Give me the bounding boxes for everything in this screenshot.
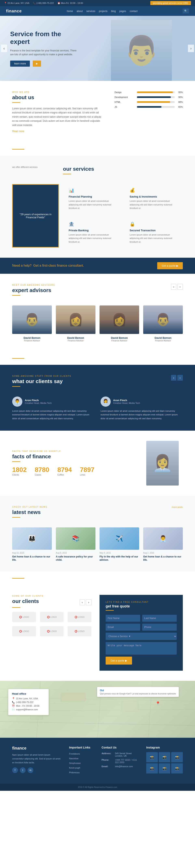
footer-email-value: info@finance.com bbox=[115, 765, 133, 768]
hero-contact-button[interactable]: ▶ bbox=[33, 61, 41, 67]
footer: finance Nam ipsum dolor sit amet lorem i… bbox=[0, 738, 195, 784]
testimonials-header: some awesome stuff from our clients what… bbox=[12, 375, 183, 391]
fact-coffee-number: 8794 bbox=[57, 466, 72, 473]
testimonials-next-button[interactable]: › bbox=[177, 375, 183, 381]
footer-link-1[interactable]: Frontdoors bbox=[69, 752, 93, 755]
advisor-name-2: David Bemon bbox=[56, 336, 95, 339]
nav-item-home[interactable]: home bbox=[67, 9, 73, 12]
cta-description: Get a first-class finance consultant. bbox=[33, 264, 84, 267]
map-hours-text: Mon - Fri: 09:00 - 19:00 bbox=[16, 705, 39, 707]
map-hours-info: ⏰ Mon - Fri: 09:00 - 19:00 bbox=[12, 705, 45, 707]
skill-label-design: Design bbox=[115, 91, 135, 93]
about-underline bbox=[12, 102, 20, 103]
phone-input[interactable] bbox=[142, 624, 177, 631]
footer-link-3[interactable]: Simphosian bbox=[69, 762, 93, 765]
footer-link-2[interactable]: Navorlow bbox=[69, 757, 93, 760]
insta-thumb-6[interactable]: 📸 bbox=[171, 763, 183, 774]
nav-item-projects[interactable]: projects bbox=[99, 9, 107, 12]
svg-line-8 bbox=[0, 715, 195, 716]
fact-cases-number: 8780 bbox=[35, 466, 49, 473]
advisor-overlay-3 bbox=[100, 320, 139, 334]
skill-bar-design bbox=[137, 91, 173, 93]
testimonials-grid: 👨‍💼 Aron Finch Creative Head, Media Tech… bbox=[12, 397, 183, 421]
advisors-prev-button[interactable]: ‹ bbox=[171, 284, 176, 289]
footer-phone-label: Phone: bbox=[102, 759, 114, 761]
facts-numbers: 1802 Clients 8780 Cases 8794 Coffee 7897… bbox=[12, 466, 134, 476]
service-select[interactable]: Choose a Service ▼ bbox=[106, 633, 177, 640]
about-section: who we are about us Lorem ipsum dolor si… bbox=[0, 81, 195, 143]
advisors-next-button[interactable]: › bbox=[177, 284, 183, 289]
map-email-text: support@finance.com bbox=[16, 708, 38, 711]
news-date-3: May 9, 2016 bbox=[100, 552, 139, 554]
clients-section: some of our clients our clients ‹ › ⭕ LO… bbox=[0, 585, 195, 681]
services-section: we offer different services our services… bbox=[0, 156, 195, 258]
hero-description: Finance is the best template for your fi… bbox=[10, 49, 77, 57]
last-name-input[interactable] bbox=[142, 615, 177, 622]
map-address-text: 22 Arc Lane, NY, USA bbox=[16, 697, 38, 700]
social-twitter-icon[interactable]: t bbox=[20, 767, 26, 773]
advisor-title-4: Finance Advisor bbox=[143, 339, 183, 342]
about-read-more[interactable]: Read more bbox=[12, 130, 24, 133]
cta-quote-button[interactable]: Get a quote ▶ bbox=[157, 262, 183, 269]
clients-prev-button[interactable]: ‹ bbox=[79, 599, 85, 605]
advisor-name-4: David Bemon bbox=[143, 336, 183, 339]
facts-person-figure: 👩‍💼 bbox=[152, 454, 173, 473]
news-image-2: 📚 bbox=[56, 527, 95, 550]
topbar-phone: 📞 (+66) 000-75-222 bbox=[33, 2, 54, 4]
insta-thumb-1[interactable]: 📸 bbox=[146, 752, 158, 762]
social-linkedin-icon[interactable]: in bbox=[28, 767, 33, 773]
news-more-posts[interactable]: more posts bbox=[172, 506, 183, 508]
services-title: our services bbox=[63, 166, 94, 172]
insta-thumb-3[interactable]: 📸 bbox=[171, 752, 183, 762]
testimonials-label: some awesome stuff from our clients bbox=[12, 375, 71, 377]
insta-thumb-4[interactable]: 📸 bbox=[146, 763, 158, 774]
social-facebook-icon[interactable]: f bbox=[12, 767, 18, 773]
hero-next-button[interactable]: › bbox=[188, 45, 194, 52]
advisors-title: expert advisors bbox=[12, 287, 55, 293]
email-input[interactable] bbox=[106, 624, 140, 631]
nav-item-about[interactable]: about bbox=[76, 9, 83, 12]
first-name-input[interactable] bbox=[106, 615, 140, 622]
news-title-3[interactable]: Fly in the sky with the help of our advi… bbox=[100, 555, 139, 562]
map-office-title: Head office bbox=[12, 692, 45, 695]
insta-thumb-2[interactable]: 📸 bbox=[159, 752, 170, 762]
search-button[interactable]: 🔍 bbox=[183, 8, 189, 13]
facts-person-image: 👩‍💼 bbox=[146, 441, 179, 486]
footer-link-5[interactable]: Philoreous bbox=[69, 771, 93, 774]
cta-text: Need a help? Get a first-class finance c… bbox=[12, 264, 84, 268]
advisor-name-3: David Bemon bbox=[100, 336, 139, 339]
nav-item-contact[interactable]: contact bbox=[130, 9, 137, 12]
service-desc-saving: Lorem ipsum dolor sit amet consectetuer … bbox=[130, 199, 179, 210]
testimonial-name-2: Aron Finch bbox=[113, 399, 140, 402]
advisors-header: meet our awesome advisors expert advisor… bbox=[12, 284, 183, 299]
footer-contact-title: Contact Us bbox=[102, 746, 138, 749]
news-title-1[interactable]: Get home loan & a chance to our life. bbox=[12, 555, 52, 562]
insta-thumb-5[interactable]: 📸 bbox=[159, 763, 170, 774]
nav-item-services[interactable]: services bbox=[86, 9, 95, 12]
testimonials-prev-button[interactable]: ‹ bbox=[171, 375, 176, 381]
nav-item-pages[interactable]: pages bbox=[120, 9, 126, 12]
message-textarea[interactable] bbox=[106, 642, 177, 655]
hero-prev-button[interactable]: ‹ bbox=[1, 45, 7, 52]
advisor-photo-3: 👩 bbox=[100, 306, 139, 334]
quote-underline bbox=[106, 610, 114, 611]
news-title-2[interactable]: A safe insurance policy for your child. bbox=[56, 555, 95, 562]
topbar-promo: providing great services since 1991 bbox=[150, 1, 191, 5]
news-underline bbox=[12, 517, 20, 518]
nav-item-blog[interactable]: blog bbox=[111, 9, 116, 12]
clients-next-button[interactable]: › bbox=[86, 599, 91, 605]
service-card-financial-planning: 📊 Financial Planning Lorem ipsum dolor s… bbox=[65, 184, 122, 214]
services-side-label: we offer different services bbox=[12, 166, 59, 168]
footer-instagram-section: Instagram 📸 📸 📸 📸 📸 📸 bbox=[146, 746, 183, 776]
news-title-4[interactable]: Get home loan & a chance to our life. bbox=[143, 555, 183, 562]
client-logo-5: ⭕ LOGO bbox=[40, 626, 64, 636]
news-image-3: ✈️ bbox=[100, 527, 139, 550]
services-featured-text: "29 years of experiences in Financial Fi… bbox=[17, 213, 54, 219]
facts-section: facts that describe us shortly facts of … bbox=[0, 431, 195, 496]
skill-value-dev: 90% bbox=[177, 96, 183, 98]
quote-submit-button[interactable]: Get a quote ▶ bbox=[106, 657, 132, 664]
skill-bar-bg-html bbox=[137, 101, 175, 103]
hero-learn-button[interactable]: learn more bbox=[10, 61, 30, 67]
footer-link-4[interactable]: Kevin pugh bbox=[69, 766, 93, 769]
hero-section: ‹ Service from the expert Finance is the… bbox=[0, 16, 195, 81]
